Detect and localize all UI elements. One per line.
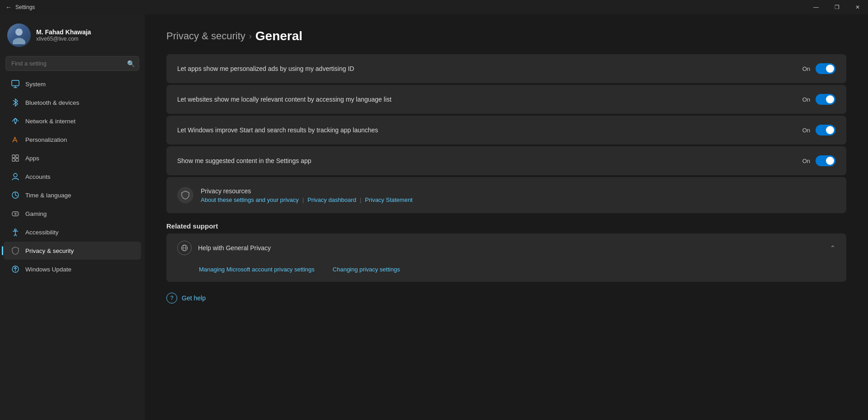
time-icon <box>11 191 20 200</box>
user-section: M. Fahad Khawaja xlive65@live.com <box>0 14 145 54</box>
bluetooth-icon <box>11 98 20 107</box>
sidebar-item-label-privacy: Privacy & security <box>25 247 74 254</box>
sidebar-item-accounts[interactable]: Accounts <box>4 168 141 186</box>
titlebar-left: ← Settings <box>5 4 35 11</box>
sidebar-item-bluetooth[interactable]: Bluetooth & devices <box>4 93 141 112</box>
resources-separator: | <box>360 196 361 203</box>
get-help-row: ? Get help <box>166 291 846 305</box>
avatar <box>7 23 31 47</box>
sidebar-item-system[interactable]: System <box>4 75 141 93</box>
get-help-icon: ? <box>166 293 177 303</box>
privacy-resources-icon <box>177 187 193 203</box>
breadcrumb: Privacy & security › General <box>166 29 846 43</box>
titlebar-title: Settings <box>15 4 35 10</box>
sidebar-item-update[interactable]: Windows Update <box>4 260 141 278</box>
svg-point-5 <box>15 123 16 124</box>
resources-title: Privacy resources <box>201 187 413 195</box>
accessibility-icon <box>11 228 20 237</box>
network-icon <box>11 117 20 126</box>
sidebar-item-label-bluetooth: Bluetooth & devices <box>25 99 79 106</box>
setting-card-tracking: Let Windows improve Start and search res… <box>166 116 846 145</box>
resources-link-link-about[interactable]: About these settings and your privacy <box>201 196 299 203</box>
sidebar-item-label-apps: Apps <box>25 155 39 162</box>
setting-label-tracking: Let Windows improve Start and search res… <box>177 126 802 134</box>
search-input[interactable] <box>5 56 139 71</box>
setting-status-language-list: On <box>802 96 810 103</box>
resources-separator: | <box>302 196 304 203</box>
sidebar-item-label-time: Time & language <box>25 192 71 199</box>
resources-link-link-dashboard[interactable]: Privacy dashboard <box>307 196 356 203</box>
setting-label-suggested-content: Show me suggested content in the Setting… <box>177 157 802 164</box>
support-card: Help with General Privacy ⌃ Managing Mic… <box>166 233 846 282</box>
restore-button[interactable]: ❐ <box>826 0 847 14</box>
svg-point-11 <box>14 173 17 177</box>
setting-status-tracking: On <box>802 127 810 134</box>
svg-point-16 <box>17 213 18 214</box>
svg-point-18 <box>14 229 16 231</box>
setting-status-suggested-content: On <box>802 158 810 164</box>
system-icon <box>11 79 20 89</box>
gaming-icon <box>11 209 20 218</box>
setting-label-personalized-ads: Let apps show me personalized ads by usi… <box>177 65 802 72</box>
settings-list: Let apps show me personalized ads by usi… <box>166 54 846 175</box>
personalization-icon <box>11 135 20 144</box>
avatar-image <box>7 23 31 47</box>
setting-status-personalized-ads: On <box>802 65 810 72</box>
support-label: Help with General Privacy <box>198 244 271 252</box>
sidebar-item-gaming[interactable]: Gaming <box>4 205 141 223</box>
user-name: M. Fahad Khawaja <box>36 28 91 36</box>
related-support-title: Related support <box>166 222 846 230</box>
support-links-row: Managing Microsoft account privacy setti… <box>166 262 846 282</box>
svg-line-21 <box>14 234 15 236</box>
sidebar-item-apps[interactable]: Apps <box>4 149 141 167</box>
svg-point-0 <box>15 28 23 36</box>
svg-rect-8 <box>16 155 19 158</box>
nav-list: System Bluetooth & devices Network & int… <box>0 75 145 279</box>
toggle-suggested-content[interactable] <box>816 155 835 166</box>
close-button[interactable]: ✕ <box>847 0 868 14</box>
setting-card-language-list: Let websites show me locally relevant co… <box>166 85 846 114</box>
sidebar-item-label-accounts: Accounts <box>25 173 51 180</box>
resources-links: About these settings and your privacy|Pr… <box>201 196 413 203</box>
sidebar-item-accessibility[interactable]: Accessibility <box>4 223 141 241</box>
breadcrumb-parent[interactable]: Privacy & security <box>166 30 245 42</box>
toggle-tracking[interactable] <box>816 125 835 135</box>
sidebar-item-label-personalization: Personalization <box>25 136 67 143</box>
sidebar: M. Fahad Khawaja xlive65@live.com 🔍 Syst… <box>0 14 145 420</box>
apps-icon <box>11 154 20 163</box>
sidebar-item-time[interactable]: Time & language <box>4 186 141 204</box>
search-icon: 🔍 <box>127 60 135 67</box>
app-body: M. Fahad Khawaja xlive65@live.com 🔍 Syst… <box>0 14 868 420</box>
setting-card-suggested-content: Show me suggested content in the Setting… <box>166 146 846 175</box>
sidebar-item-personalization[interactable]: Personalization <box>4 131 141 149</box>
main-content: Privacy & security › General Let apps sh… <box>145 14 868 420</box>
user-email: xlive65@live.com <box>36 36 91 42</box>
back-icon[interactable]: ← <box>5 4 12 11</box>
svg-rect-2 <box>12 80 19 86</box>
sidebar-item-label-network: Network & internet <box>25 118 75 125</box>
breadcrumb-current: General <box>255 29 302 43</box>
sidebar-item-privacy[interactable]: Privacy & security <box>4 242 141 260</box>
support-header[interactable]: Help with General Privacy ⌃ <box>166 233 846 262</box>
resources-content: Privacy resources About these settings a… <box>201 187 413 203</box>
sidebar-item-network[interactable]: Network & internet <box>4 112 141 130</box>
sidebar-item-label-update: Windows Update <box>25 266 71 273</box>
support-sub-link-sub-link-managing[interactable]: Managing Microsoft account privacy setti… <box>199 266 315 273</box>
minimize-button[interactable]: — <box>806 0 826 14</box>
svg-rect-7 <box>12 155 15 158</box>
setting-label-language-list: Let websites show me locally relevant co… <box>177 96 802 103</box>
breadcrumb-separator: › <box>249 32 252 41</box>
get-help-label[interactable]: Get help <box>182 294 206 302</box>
toggle-personalized-ads[interactable] <box>816 63 835 74</box>
user-info: M. Fahad Khawaja xlive65@live.com <box>36 28 91 42</box>
svg-rect-10 <box>16 159 19 161</box>
support-header-left: Help with General Privacy <box>177 241 271 255</box>
update-icon <box>11 265 20 274</box>
accounts-icon <box>11 172 20 181</box>
search-box: 🔍 <box>5 56 139 71</box>
resources-link-link-statement[interactable]: Privacy Statement <box>365 196 413 203</box>
svg-point-17 <box>17 214 18 215</box>
support-sub-link-sub-link-changing[interactable]: Changing privacy settings <box>333 266 400 273</box>
toggle-language-list[interactable] <box>816 94 835 105</box>
sidebar-item-label-accessibility: Accessibility <box>25 229 59 236</box>
